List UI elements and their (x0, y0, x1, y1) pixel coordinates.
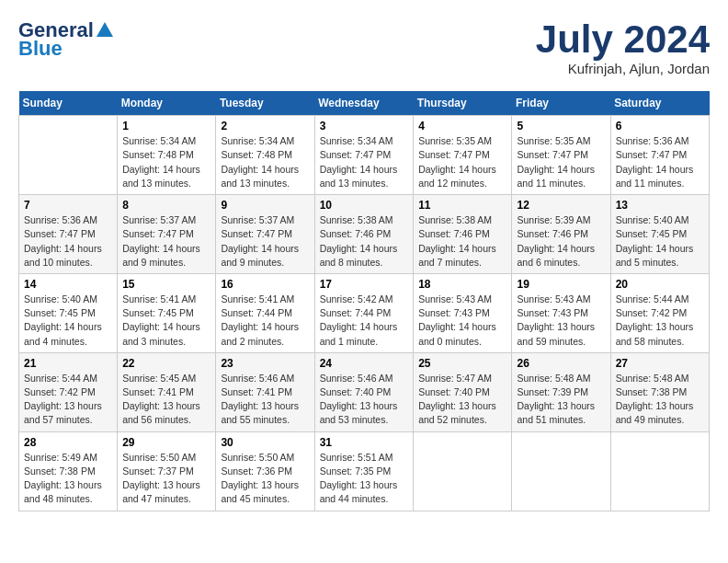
day-info: Sunrise: 5:46 AM Sunset: 7:41 PM Dayligh… (221, 372, 309, 428)
calendar-cell: 4Sunrise: 5:35 AM Sunset: 7:47 PM Daylig… (414, 116, 512, 195)
day-number: 7 (24, 199, 112, 212)
day-number: 15 (122, 278, 210, 291)
day-number: 25 (418, 357, 506, 370)
day-number: 3 (320, 120, 409, 132)
day-info: Sunrise: 5:34 AM Sunset: 7:48 PM Dayligh… (122, 134, 210, 190)
calendar-cell: 12Sunrise: 5:39 AM Sunset: 7:46 PM Dayli… (512, 195, 610, 274)
calendar-cell: 30Sunrise: 5:50 AM Sunset: 7:36 PM Dayli… (216, 431, 314, 511)
title-block: July 2024 Kufrinjah, Ajlun, Jordan (536, 18, 710, 76)
day-info: Sunrise: 5:48 AM Sunset: 7:39 PM Dayligh… (517, 372, 605, 428)
page-header: General Blue July 2024 Kufrinjah, Ajlun,… (18, 18, 710, 76)
day-number: 2 (221, 120, 309, 132)
calendar-cell: 25Sunrise: 5:47 AM Sunset: 7:40 PM Dayli… (414, 352, 512, 431)
calendar-cell: 28Sunrise: 5:49 AM Sunset: 7:38 PM Dayli… (19, 431, 118, 511)
calendar-cell: 21Sunrise: 5:44 AM Sunset: 7:42 PM Dayli… (19, 352, 118, 431)
calendar-cell: 1Sunrise: 5:34 AM Sunset: 7:48 PM Daylig… (118, 116, 216, 195)
day-number: 24 (320, 357, 409, 370)
calendar-cell: 6Sunrise: 5:36 AM Sunset: 7:47 PM Daylig… (610, 116, 709, 195)
calendar-cell: 3Sunrise: 5:34 AM Sunset: 7:47 PM Daylig… (314, 116, 414, 195)
day-number: 16 (221, 278, 309, 291)
day-number: 6 (616, 120, 704, 132)
day-info: Sunrise: 5:42 AM Sunset: 7:44 PM Dayligh… (320, 293, 409, 349)
calendar-week-5: 28Sunrise: 5:49 AM Sunset: 7:38 PM Dayli… (19, 431, 710, 511)
calendar-cell (512, 431, 610, 511)
logo-blue-text: Blue (18, 37, 63, 61)
calendar-cell: 16Sunrise: 5:41 AM Sunset: 7:44 PM Dayli… (216, 273, 314, 352)
day-number: 22 (122, 357, 210, 370)
calendar-cell: 11Sunrise: 5:38 AM Sunset: 7:46 PM Dayli… (414, 195, 512, 274)
day-number: 5 (517, 120, 605, 132)
day-info: Sunrise: 5:43 AM Sunset: 7:43 PM Dayligh… (517, 293, 605, 349)
day-number: 31 (320, 436, 409, 449)
day-info: Sunrise: 5:44 AM Sunset: 7:42 PM Dayligh… (616, 293, 704, 349)
day-info: Sunrise: 5:48 AM Sunset: 7:38 PM Dayligh… (616, 372, 704, 428)
calendar-cell: 26Sunrise: 5:48 AM Sunset: 7:39 PM Dayli… (512, 352, 610, 431)
day-info: Sunrise: 5:41 AM Sunset: 7:45 PM Dayligh… (122, 293, 210, 349)
calendar-cell: 22Sunrise: 5:45 AM Sunset: 7:41 PM Dayli… (118, 352, 216, 431)
svg-marker-0 (97, 22, 113, 37)
calendar-cell: 27Sunrise: 5:48 AM Sunset: 7:38 PM Dayli… (610, 352, 709, 431)
day-info: Sunrise: 5:45 AM Sunset: 7:41 PM Dayligh… (122, 372, 210, 428)
calendar-header: SundayMondayTuesdayWednesdayThursdayFrid… (19, 91, 710, 116)
day-number: 4 (418, 120, 506, 132)
day-number: 8 (122, 199, 210, 212)
day-number: 1 (122, 120, 210, 132)
day-info: Sunrise: 5:37 AM Sunset: 7:47 PM Dayligh… (221, 213, 309, 270)
day-info: Sunrise: 5:35 AM Sunset: 7:47 PM Dayligh… (418, 134, 506, 190)
calendar-cell: 31Sunrise: 5:51 AM Sunset: 7:35 PM Dayli… (314, 431, 414, 511)
day-number: 12 (517, 199, 605, 212)
day-number: 9 (221, 199, 309, 212)
day-number: 29 (122, 436, 210, 449)
day-number: 20 (616, 278, 704, 291)
day-info: Sunrise: 5:46 AM Sunset: 7:40 PM Dayligh… (320, 372, 409, 428)
day-info: Sunrise: 5:38 AM Sunset: 7:46 PM Dayligh… (418, 213, 506, 270)
location-text: Kufrinjah, Ajlun, Jordan (536, 61, 710, 76)
day-info: Sunrise: 5:35 AM Sunset: 7:47 PM Dayligh… (517, 134, 605, 190)
calendar-cell: 2Sunrise: 5:34 AM Sunset: 7:48 PM Daylig… (216, 116, 314, 195)
calendar-cell (610, 431, 709, 511)
day-info: Sunrise: 5:34 AM Sunset: 7:47 PM Dayligh… (320, 134, 409, 190)
day-info: Sunrise: 5:38 AM Sunset: 7:46 PM Dayligh… (320, 213, 409, 270)
col-header-friday: Friday (512, 91, 610, 116)
day-info: Sunrise: 5:43 AM Sunset: 7:43 PM Dayligh… (418, 293, 506, 349)
day-info: Sunrise: 5:44 AM Sunset: 7:42 PM Dayligh… (24, 372, 112, 428)
calendar-cell: 8Sunrise: 5:37 AM Sunset: 7:47 PM Daylig… (118, 195, 216, 274)
calendar-cell: 23Sunrise: 5:46 AM Sunset: 7:41 PM Dayli… (216, 352, 314, 431)
calendar-cell: 5Sunrise: 5:35 AM Sunset: 7:47 PM Daylig… (512, 116, 610, 195)
col-header-sunday: Sunday (19, 91, 118, 116)
day-info: Sunrise: 5:50 AM Sunset: 7:36 PM Dayligh… (221, 451, 309, 507)
calendar-week-3: 14Sunrise: 5:40 AM Sunset: 7:45 PM Dayli… (19, 273, 710, 352)
day-number: 19 (517, 278, 605, 291)
day-number: 18 (418, 278, 506, 291)
calendar-cell (414, 431, 512, 511)
day-info: Sunrise: 5:49 AM Sunset: 7:38 PM Dayligh… (24, 451, 112, 507)
day-info: Sunrise: 5:39 AM Sunset: 7:46 PM Dayligh… (517, 213, 605, 270)
day-info: Sunrise: 5:47 AM Sunset: 7:40 PM Dayligh… (418, 372, 506, 428)
calendar-cell: 19Sunrise: 5:43 AM Sunset: 7:43 PM Dayli… (512, 273, 610, 352)
calendar-cell: 20Sunrise: 5:44 AM Sunset: 7:42 PM Dayli… (610, 273, 709, 352)
calendar-cell: 13Sunrise: 5:40 AM Sunset: 7:45 PM Dayli… (610, 195, 709, 274)
day-info: Sunrise: 5:36 AM Sunset: 7:47 PM Dayligh… (24, 213, 112, 270)
day-number: 10 (320, 199, 409, 212)
day-number: 11 (418, 199, 506, 212)
col-header-tuesday: Tuesday (216, 91, 314, 116)
day-info: Sunrise: 5:41 AM Sunset: 7:44 PM Dayligh… (221, 293, 309, 349)
calendar-cell: 7Sunrise: 5:36 AM Sunset: 7:47 PM Daylig… (19, 195, 118, 274)
calendar-cell: 18Sunrise: 5:43 AM Sunset: 7:43 PM Dayli… (414, 273, 512, 352)
day-info: Sunrise: 5:37 AM Sunset: 7:47 PM Dayligh… (122, 213, 210, 270)
calendar-week-4: 21Sunrise: 5:44 AM Sunset: 7:42 PM Dayli… (19, 352, 710, 431)
day-number: 21 (24, 357, 112, 370)
col-header-wednesday: Wednesday (314, 91, 414, 116)
col-header-monday: Monday (118, 91, 216, 116)
logo: General Blue (18, 18, 116, 61)
calendar-week-1: 1Sunrise: 5:34 AM Sunset: 7:48 PM Daylig… (19, 116, 710, 195)
day-info: Sunrise: 5:36 AM Sunset: 7:47 PM Dayligh… (616, 134, 704, 190)
day-number: 28 (24, 436, 112, 449)
day-number: 14 (24, 278, 112, 291)
day-number: 13 (616, 199, 704, 212)
calendar-cell: 9Sunrise: 5:37 AM Sunset: 7:47 PM Daylig… (216, 195, 314, 274)
calendar-cell: 29Sunrise: 5:50 AM Sunset: 7:37 PM Dayli… (118, 431, 216, 511)
day-number: 23 (221, 357, 309, 370)
day-info: Sunrise: 5:50 AM Sunset: 7:37 PM Dayligh… (122, 451, 210, 507)
day-info: Sunrise: 5:40 AM Sunset: 7:45 PM Dayligh… (616, 213, 704, 270)
